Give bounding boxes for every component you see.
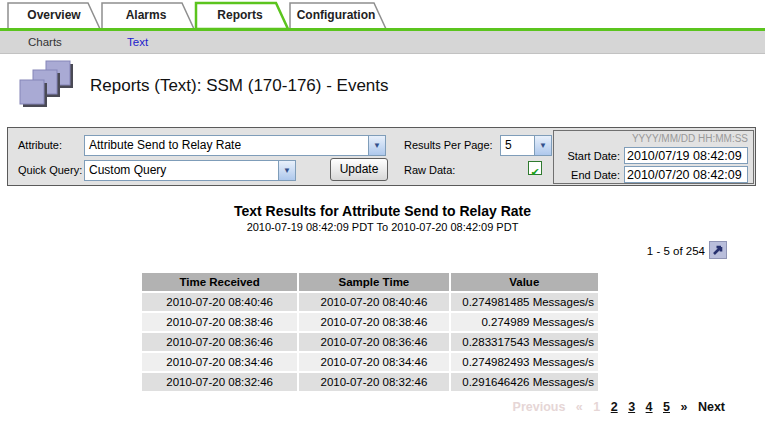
- pagination: Previous « 1 2 3 4 5 » Next: [506, 400, 725, 414]
- chevron-down-icon: ▼: [278, 161, 295, 180]
- start-date-input[interactable]: [624, 147, 748, 164]
- cell-sample-time: 2010-07-20 08:40:46: [299, 293, 448, 311]
- cell-value: 0.274989 Messages/s: [451, 313, 598, 331]
- quick-query-label: Quick Query:: [18, 164, 82, 176]
- app-window: Overview Alarms Reports Configuration Ch…: [0, 0, 765, 423]
- table-row: 2010-07-20 08:32:46 2010-07-20 08:32:46 …: [142, 373, 598, 391]
- chevron-down-icon: ▼: [368, 136, 385, 155]
- pagination-previous: Previous: [513, 400, 566, 414]
- query-form-panel: Attribute: Attribute Send to Relay Rate …: [7, 127, 756, 186]
- export-report-icon[interactable]: [709, 241, 727, 259]
- pagination-page-2[interactable]: 2: [611, 400, 618, 414]
- start-date-label: Start Date:: [558, 150, 620, 162]
- raw-data-checkbox[interactable]: ✔: [528, 161, 542, 175]
- table-header-row: Time Received Sample Time Value: [142, 273, 598, 291]
- pagination-next-arrow-icon[interactable]: »: [680, 400, 687, 414]
- result-range-label: 1 - 5 of 254: [647, 245, 705, 257]
- attribute-select-value: Attribute Send to Relay Rate: [89, 138, 241, 152]
- table-row: 2010-07-20 08:36:46 2010-07-20 08:36:46 …: [142, 333, 598, 351]
- cell-value: 0.274982493 Messages/s: [451, 353, 598, 371]
- results-per-page-label: Results Per Page:: [404, 139, 493, 151]
- pagination-page-5[interactable]: 5: [663, 400, 670, 414]
- tab-alarms[interactable]: Alarms: [100, 8, 192, 22]
- cell-value: 0.283317543 Messages/s: [451, 333, 598, 351]
- subnav-item-charts[interactable]: Charts: [28, 36, 62, 48]
- attribute-select[interactable]: Attribute Send to Relay Rate ▼: [84, 135, 386, 156]
- end-date-input[interactable]: [624, 166, 748, 183]
- end-date-label: End Date:: [558, 169, 620, 181]
- subnav-item-text[interactable]: Text: [127, 36, 148, 48]
- results-table: Time Received Sample Time Value 2010-07-…: [140, 271, 600, 393]
- pagination-page-1-current: 1: [593, 400, 600, 414]
- pagination-page-3[interactable]: 3: [628, 400, 635, 414]
- table-row: 2010-07-20 08:38:46 2010-07-20 08:38:46 …: [142, 313, 598, 331]
- quick-query-select-value: Custom Query: [89, 163, 166, 177]
- cell-time-received: 2010-07-20 08:36:46: [142, 333, 297, 351]
- raw-data-label: Raw Data:: [404, 164, 455, 176]
- cell-time-received: 2010-07-20 08:32:46: [142, 373, 297, 391]
- cell-sample-time: 2010-07-20 08:34:46: [299, 353, 448, 371]
- cell-time-received: 2010-07-20 08:40:46: [142, 293, 297, 311]
- attribute-label: Attribute:: [18, 139, 62, 151]
- tab-configuration[interactable]: Configuration: [288, 8, 384, 22]
- tab-reports[interactable]: Reports: [194, 8, 286, 22]
- cell-value: 0.291646426 Messages/s: [451, 373, 598, 391]
- cell-time-received: 2010-07-20 08:34:46: [142, 353, 297, 371]
- chevron-down-icon: ▼: [534, 136, 551, 155]
- cell-sample-time: 2010-07-20 08:36:46: [299, 333, 448, 351]
- results-title: Text Results for Attribute Send to Relay…: [0, 203, 765, 219]
- cell-value: 0.274981485 Messages/s: [451, 293, 598, 311]
- date-format-hint: YYYY/MM/DD HH:MM:SS: [632, 133, 748, 144]
- col-header-sample-time: Sample Time: [299, 273, 448, 291]
- pagination-page-4[interactable]: 4: [646, 400, 653, 414]
- col-header-value: Value: [451, 273, 598, 291]
- update-button[interactable]: Update: [330, 158, 388, 181]
- col-header-time-received: Time Received: [142, 273, 297, 291]
- page-title: Reports (Text): SSM (170-176) - Events: [90, 76, 389, 96]
- checkmark-icon: ✔: [530, 166, 539, 178]
- results-per-page-select[interactable]: 5 ▼: [500, 135, 552, 156]
- pagination-prev-arrow-icon: «: [576, 400, 583, 414]
- date-range-box: YYYY/MM/DD HH:MM:SS Start Date: End Date…: [553, 130, 754, 184]
- cell-sample-time: 2010-07-20 08:32:46: [299, 373, 448, 391]
- results-per-page-value: 5: [505, 138, 512, 152]
- tab-bar: Overview Alarms Reports Configuration: [0, 0, 765, 31]
- table-row: 2010-07-20 08:40:46 2010-07-20 08:40:46 …: [142, 293, 598, 311]
- quick-query-select[interactable]: Custom Query ▼: [84, 160, 296, 181]
- tab-overview[interactable]: Overview: [8, 8, 100, 22]
- reports-stack-icon: [18, 59, 76, 113]
- results-date-range: 2010-07-19 08:42:09 PDT To 2010-07-20 08…: [0, 221, 765, 233]
- cell-sample-time: 2010-07-20 08:38:46: [299, 313, 448, 331]
- subnav-bar: Charts Text: [0, 31, 765, 54]
- table-row: 2010-07-20 08:34:46 2010-07-20 08:34:46 …: [142, 353, 598, 371]
- cell-time-received: 2010-07-20 08:38:46: [142, 313, 297, 331]
- pagination-next[interactable]: Next: [698, 400, 725, 414]
